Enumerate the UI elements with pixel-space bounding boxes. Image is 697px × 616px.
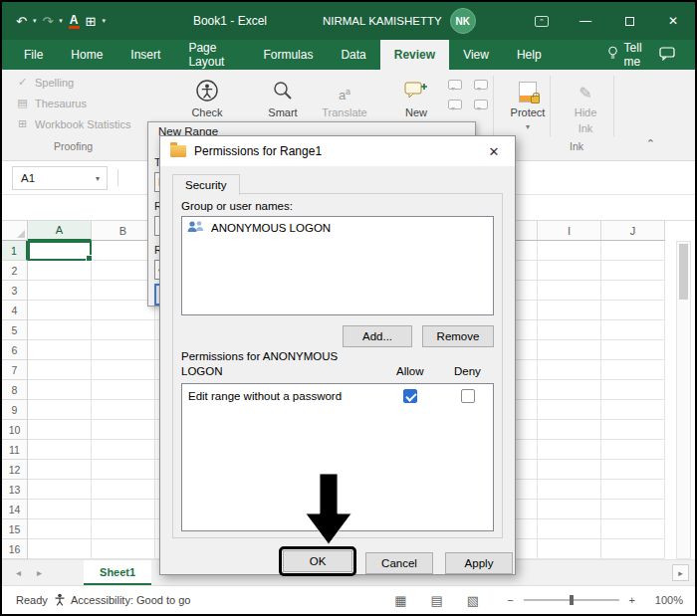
cell-A8[interactable] — [28, 380, 92, 400]
zoom-slider-thumb[interactable] — [570, 595, 574, 605]
row-header-11[interactable]: 11 — [2, 440, 28, 460]
cell-I3[interactable] — [538, 281, 601, 301]
cell-J14[interactable] — [601, 500, 665, 519]
cell-I15[interactable] — [538, 519, 601, 539]
cell-I9[interactable] — [538, 400, 601, 420]
tab-data[interactable]: Data — [327, 40, 379, 70]
cell-B5[interactable] — [92, 320, 155, 340]
vertical-scrollbar[interactable] — [676, 241, 691, 559]
row-header-4[interactable]: 4 — [2, 301, 28, 320]
tab-formulas[interactable]: Formulas — [249, 40, 327, 70]
row-header-5[interactable]: 5 — [2, 320, 28, 340]
cell-J1[interactable] — [601, 241, 665, 261]
smart-lookup-button[interactable]: Smart — [253, 75, 313, 118]
cell-J11[interactable] — [601, 440, 665, 460]
row-header-8[interactable]: 8 — [2, 380, 28, 400]
maximize-button[interactable] — [607, 2, 651, 40]
cell-I12[interactable] — [538, 460, 601, 480]
comments-button[interactable] — [659, 40, 695, 70]
cell-B12[interactable] — [92, 460, 155, 480]
cell-J10[interactable] — [601, 420, 665, 440]
cell-J5[interactable] — [601, 320, 665, 340]
cell-B8[interactable] — [92, 380, 155, 400]
cell-J6[interactable] — [601, 340, 665, 360]
cell-B16[interactable] — [92, 539, 155, 559]
cell-I5[interactable] — [538, 320, 601, 340]
cell-J2[interactable] — [601, 261, 665, 281]
tab-help[interactable]: Help — [503, 40, 556, 70]
tab-review[interactable]: Review — [380, 40, 449, 70]
sheet-next-icon[interactable]: ▸ — [37, 567, 42, 578]
column-header-J[interactable]: J — [601, 221, 665, 241]
cell-A9[interactable] — [28, 400, 92, 420]
horizontal-scroll-right-icon[interactable]: ▸ — [672, 564, 689, 581]
cell-I14[interactable] — [538, 500, 601, 519]
cell-I6[interactable] — [538, 340, 601, 360]
dialog-close-button[interactable]: ✕ — [473, 136, 515, 166]
cell-I1[interactable] — [538, 241, 601, 261]
cell-J12[interactable] — [601, 460, 665, 480]
normal-view-icon[interactable]: ▦ — [394, 593, 406, 608]
zoom-slider[interactable] — [524, 599, 619, 601]
cell-J3[interactable] — [601, 281, 665, 301]
ok-button[interactable]: OK — [283, 550, 352, 572]
cell-J9[interactable] — [601, 400, 665, 420]
deny-checkbox[interactable] — [461, 389, 475, 403]
column-header-B[interactable]: B — [92, 221, 155, 241]
row-header-3[interactable]: 3 — [2, 281, 28, 301]
ribbon-display-options-icon[interactable]: ⌃ — [520, 2, 564, 40]
cell-I13[interactable] — [538, 480, 601, 500]
cell-B13[interactable] — [92, 480, 155, 500]
row-header-14[interactable]: 14 — [2, 500, 28, 519]
row-header-15[interactable]: 15 — [2, 519, 28, 539]
previous-comment-icon[interactable] — [448, 80, 462, 90]
cell-A4[interactable] — [28, 301, 92, 320]
cell-I10[interactable] — [538, 420, 601, 440]
page-break-view-icon[interactable]: ▧ — [467, 593, 479, 608]
tab-insert[interactable]: Insert — [116, 40, 174, 70]
tab-view[interactable]: View — [449, 40, 503, 70]
sheet-tab-sheet1[interactable]: Sheet1 — [84, 560, 151, 585]
cell-A15[interactable] — [28, 519, 92, 539]
group-user-names-list[interactable]: ANONYMOUS LOGON — [181, 216, 494, 315]
cell-I4[interactable] — [538, 301, 601, 320]
cell-J13[interactable] — [601, 480, 665, 500]
row-header-9[interactable]: 9 — [2, 400, 28, 420]
name-box[interactable]: A1 ▾ — [12, 166, 108, 190]
active-cell-A1[interactable] — [28, 241, 92, 261]
qat-customize-icon[interactable]: ▾ — [102, 17, 106, 25]
apply-button[interactable]: Apply — [445, 552, 513, 574]
page-layout-view-icon[interactable]: ▤ — [431, 593, 443, 608]
accessibility-status[interactable]: Accessibility: Good to go — [54, 593, 190, 608]
show-comments-icon[interactable] — [448, 100, 462, 109]
cell-A13[interactable] — [28, 480, 92, 500]
row-header-16[interactable]: 16 — [2, 539, 28, 559]
cell-A6[interactable] — [28, 340, 92, 360]
cell-I8[interactable] — [538, 380, 601, 400]
allow-checkbox[interactable] — [403, 389, 417, 403]
redo-dropdown-icon[interactable]: ▾ — [59, 17, 63, 25]
redo-icon[interactable]: ↷ — [42, 14, 53, 29]
borders-icon[interactable]: ⊞ — [86, 14, 97, 29]
zoom-percentage[interactable]: 100% — [647, 594, 683, 606]
add-button[interactable]: Add... — [343, 325, 412, 347]
cell-B14[interactable] — [92, 500, 155, 519]
zoom-in-icon[interactable]: + — [629, 594, 635, 606]
translate-button[interactable]: aa Translate — [315, 75, 374, 118]
cell-B4[interactable] — [92, 301, 155, 320]
cell-I16[interactable] — [538, 539, 601, 559]
cell-A3[interactable] — [28, 281, 92, 301]
avatar[interactable]: NK — [450, 8, 476, 34]
cell-B11[interactable] — [92, 440, 155, 460]
cell-I7[interactable] — [538, 360, 601, 380]
cell-A5[interactable] — [28, 320, 92, 340]
cell-B7[interactable] — [92, 360, 155, 380]
close-button[interactable]: ✕ — [651, 2, 695, 40]
cell-B6[interactable] — [92, 340, 155, 360]
tab-home[interactable]: Home — [57, 40, 116, 70]
cell-B9[interactable] — [92, 400, 155, 420]
undo-dropdown-icon[interactable]: ▾ — [33, 17, 37, 25]
cell-A2[interactable] — [28, 261, 92, 281]
security-tab[interactable]: Security — [172, 174, 240, 195]
row-header-6[interactable]: 6 — [2, 340, 28, 360]
